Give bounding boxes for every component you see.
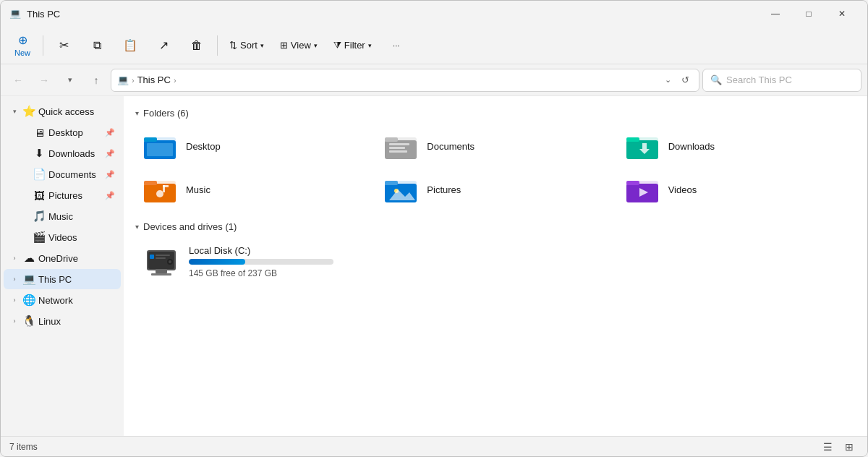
svg-rect-32 (151, 273, 171, 276)
folder-downloads[interactable]: Downloads (618, 126, 856, 166)
folder-videos[interactable]: Videos (618, 169, 856, 210)
downloads-folder-icon (626, 132, 661, 161)
back-button[interactable]: ← (7, 69, 30, 92)
cut-icon: ✂ (59, 38, 69, 52)
filter-chevron-icon: ▾ (368, 42, 372, 49)
sidebar-item-music[interactable]: 🎵 Music (14, 206, 121, 226)
new-icon: ⊕ (18, 33, 27, 47)
svg-rect-35 (156, 257, 166, 259)
view-button[interactable]: ⊞ View ▾ (273, 30, 325, 61)
drive-c-bar-bg (189, 259, 333, 265)
desktop-label: Desktop (48, 127, 102, 138)
svg-rect-19 (163, 185, 169, 187)
devices-section-header[interactable]: ▾ Devices and drives (1) (135, 221, 856, 232)
sort-button[interactable]: ⇅ Sort ▾ (222, 30, 271, 61)
folders-section-header[interactable]: ▾ Folders (6) (135, 108, 856, 119)
recent-button[interactable]: ▾ (59, 69, 82, 92)
network-label: Network (38, 295, 115, 306)
folders-grid: Desktop Documents (135, 126, 856, 210)
filter-button[interactable]: ⧩ Filter ▾ (326, 30, 379, 61)
devices-section-label: Devices and drives (1) (143, 221, 237, 232)
address-dropdown-button[interactable]: ⌄ (660, 72, 676, 88)
drive-c[interactable]: Local Disk (C:) 145 GB free of 237 GB (135, 239, 352, 284)
sidebar-item-pictures[interactable]: 🖼 Pictures 📌 (14, 185, 121, 205)
desktop-folder-icon: 🖥 (33, 126, 46, 139)
app-icon: 💻 (9, 8, 21, 20)
grid-view-button[interactable]: ⊞ (840, 439, 859, 455)
quick-access-icon: ⭐ (22, 105, 35, 118)
videos-folder-name: Videos (668, 184, 697, 195)
videos-expander (20, 232, 30, 242)
sidebar-item-quick-access[interactable]: ▾ ⭐ Quick access (4, 101, 121, 121)
new-button[interactable]: ⊕ New (7, 30, 38, 61)
videos-folder-icon: 🎬 (33, 231, 46, 244)
share-button[interactable]: ↗ (148, 30, 179, 61)
downloads-expander (20, 148, 30, 158)
minimize-button[interactable]: — (759, 1, 792, 27)
sidebar-item-videos[interactable]: 🎬 Videos (14, 227, 121, 247)
sort-chevron-icon: ▾ (260, 42, 264, 49)
linux-label: Linux (38, 316, 115, 327)
desktop-pin-icon: 📌 (105, 128, 115, 137)
thispc-label: This PC (38, 274, 115, 285)
content-area: ▾ Folders (6) Desktop (124, 96, 867, 436)
folder-documents[interactable]: Documents (376, 126, 614, 166)
search-box[interactable]: 🔍 Search This PC (702, 69, 861, 92)
folder-music[interactable]: Music (135, 169, 373, 210)
sidebar-item-desktop[interactable]: 🖥 Desktop 📌 (14, 122, 121, 142)
paste-icon: 📋 (123, 38, 137, 52)
titlebar: 💻 This PC — □ ✕ (1, 1, 867, 27)
folder-pictures[interactable]: Pictures (376, 169, 614, 210)
refresh-button[interactable]: ↺ (677, 72, 693, 88)
cut-button[interactable]: ✂ (48, 30, 80, 61)
documents-label: Documents (48, 169, 102, 180)
copy-button[interactable]: ⧉ (81, 30, 113, 61)
videos-folder-icon (626, 175, 661, 204)
sidebar-item-onedrive[interactable]: › ☁ OneDrive (4, 248, 121, 268)
sidebar-item-documents[interactable]: 📄 Documents 📌 (14, 164, 121, 184)
up-button[interactable]: ↑ (85, 69, 108, 92)
music-folder-name: Music (186, 184, 210, 195)
path-computer-icon: 💻 (117, 74, 129, 85)
quick-access-expander: ▾ (9, 106, 20, 116)
music-label: Music (48, 211, 115, 222)
downloads-folder-name: Downloads (668, 141, 715, 152)
list-view-button[interactable]: ☰ (818, 439, 837, 455)
toolbar-separator-1 (43, 35, 43, 56)
more-button[interactable]: ··· (380, 30, 412, 61)
sidebar-item-thispc[interactable]: › 💻 This PC (4, 269, 121, 289)
delete-icon: 🗑 (191, 39, 203, 52)
downloads-folder-icon: ⬇ (33, 147, 46, 160)
items-count: 7 items (9, 442, 38, 452)
music-folder-icon (144, 175, 179, 204)
paste-button[interactable]: 📋 (114, 30, 146, 61)
close-button[interactable]: ✕ (825, 1, 859, 27)
pictures-folder-icon: 🖼 (33, 189, 46, 202)
drive-c-name: Local Disk (C:) (189, 245, 333, 256)
sidebar-item-downloads[interactable]: ⬇ Downloads 📌 (14, 143, 121, 163)
documents-expander (20, 169, 30, 179)
filter-label: Filter (344, 40, 365, 51)
quick-access-label: Quick access (38, 106, 115, 117)
delete-button[interactable]: 🗑 (181, 30, 213, 61)
address-field[interactable]: 💻 › This PC › ⌄ ↺ (111, 69, 699, 92)
forward-button[interactable]: → (33, 69, 56, 92)
sort-label: Sort (240, 40, 258, 51)
desktop-folder-name: Desktop (186, 141, 221, 152)
svg-rect-12 (626, 137, 639, 142)
maximize-button[interactable]: □ (792, 1, 825, 27)
folders-chevron-icon: ▾ (135, 109, 139, 117)
address-path: 💻 › This PC › (117, 74, 655, 85)
sidebar-item-network[interactable]: › 🌐 Network (4, 290, 121, 310)
svg-rect-2 (144, 137, 157, 142)
pictures-expander (20, 190, 30, 200)
sidebar: ▾ ⭐ Quick access 🖥 Desktop 📌 ⬇ Downloads… (1, 96, 124, 436)
sidebar-item-linux[interactable]: › 🐧 Linux (4, 311, 121, 331)
pictures-label: Pictures (48, 190, 102, 201)
drive-c-info: Local Disk (C:) 145 GB free of 237 GB (189, 245, 333, 278)
downloads-pin-icon: 📌 (105, 149, 115, 158)
folder-desktop[interactable]: Desktop (135, 126, 373, 166)
documents-folder-icon (385, 132, 420, 161)
sort-icon: ⇅ (229, 40, 237, 51)
view-chevron-icon: ▾ (314, 42, 318, 49)
